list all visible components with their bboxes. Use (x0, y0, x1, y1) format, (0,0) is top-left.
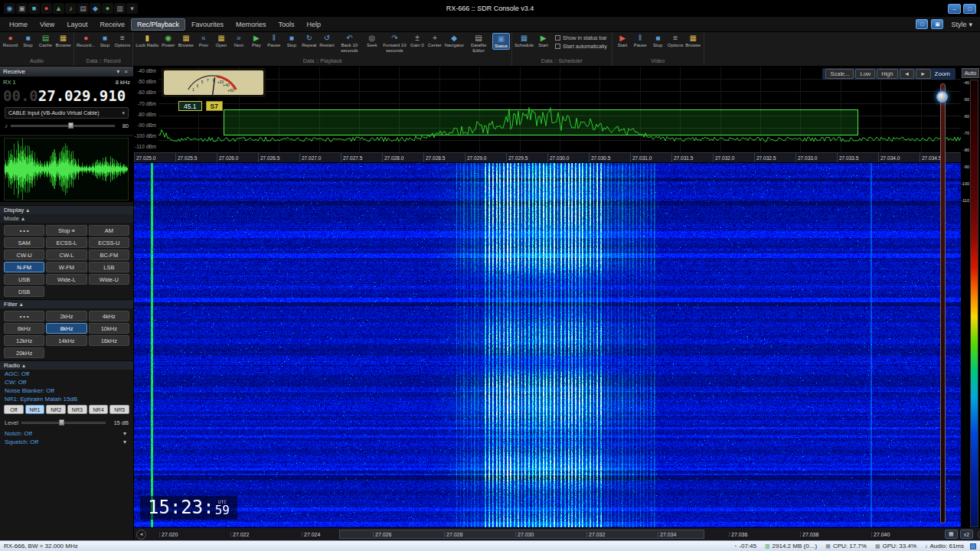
ribbon-button[interactable]: ▤ Datafile Editor (465, 33, 492, 53)
ribbon-button[interactable]: ▶ Start (534, 33, 552, 48)
ribbon-button[interactable]: ▮ Lock Radio (135, 33, 159, 48)
filter-button[interactable]: 10kHz (89, 323, 129, 334)
nr-button[interactable]: NR5 (109, 405, 129, 414)
ribbon-button[interactable]: ▣ Status (492, 33, 510, 50)
mode-button[interactable]: • • • (4, 225, 44, 236)
section-expand-icon[interactable]: ▴ (19, 215, 27, 222)
mode-button[interactable]: ECSS-L (46, 237, 87, 248)
ribbon-button[interactable]: ▦ Schedule (514, 33, 534, 48)
menu-tab[interactable]: Home (3, 18, 34, 31)
nr-level-thumb[interactable] (59, 419, 64, 425)
squelch-link[interactable]: Squelch: Off ▾ (0, 438, 133, 446)
ribbon-button[interactable]: ● Record... (76, 33, 96, 48)
mode-button[interactable]: Wide-L (46, 274, 87, 285)
radio-setting-link[interactable]: AGC: Off (0, 370, 133, 378)
ribbon-button[interactable]: ■ Stop (283, 33, 300, 48)
notch-link[interactable]: Notch: Off ▾ (0, 429, 133, 438)
panel-collapse-icon[interactable]: ▾ (114, 68, 122, 75)
ribbon-button[interactable]: ▶ Play (247, 33, 265, 48)
ribbon-button[interactable]: ‖ Pause (632, 33, 649, 48)
quick-access-icon[interactable]: ● (102, 3, 113, 14)
filter-button[interactable]: 6kHz (4, 323, 44, 334)
menu-tab[interactable]: Receive (93, 18, 131, 31)
quick-access-icon[interactable]: ◉ (4, 3, 15, 14)
ribbon-button[interactable]: ◉ Power (159, 33, 177, 48)
mode-button[interactable]: N-FM (4, 262, 44, 272)
ribbon-button[interactable]: ↷ Forward 10 seconds (381, 33, 408, 53)
mode-button[interactable]: Wide-U (89, 274, 129, 285)
quick-access-icon[interactable]: ▲ (53, 3, 64, 14)
grid-icon[interactable]: ▦ (945, 530, 958, 539)
audio-input-select[interactable]: CABLE Input (VB-Audio Virtual Cable) ▾ (5, 107, 129, 119)
ribbon-button[interactable]: « Prev (194, 33, 212, 48)
scroll-left-icon[interactable]: ◄ (136, 530, 146, 540)
filter-button[interactable]: 20kHz (4, 347, 44, 358)
filter-button[interactable]: 4kHz (89, 311, 129, 321)
spectrum-control-button[interactable]: High (877, 69, 897, 79)
display-section-header[interactable]: Display ▴ (0, 205, 133, 214)
ribbon-button[interactable]: ◎ Seek (363, 33, 381, 48)
ribbon-button[interactable]: ‖ Pause (265, 33, 283, 48)
quick-access-icon[interactable]: ♪ (65, 3, 77, 14)
radio-setting-link[interactable]: CW: Off (0, 378, 133, 386)
window-control-button[interactable]: □ (963, 4, 976, 14)
ribbon-button[interactable]: ↶ Back 10 seconds (335, 33, 363, 53)
spectrum-control-button[interactable]: ◄ (900, 69, 914, 79)
ribbon-button[interactable]: ± Gain 0 (408, 33, 426, 48)
ribbon-button[interactable]: ■ Stop (649, 33, 667, 48)
scheduler-checkbox[interactable]: Show in status bar (555, 35, 607, 41)
mode-button[interactable]: ECSS-U (89, 237, 129, 248)
nr-level-slider[interactable] (21, 419, 106, 426)
quick-access-icon[interactable]: ■ (28, 3, 40, 14)
style-button[interactable]: Style ▾ (946, 19, 977, 30)
ribbon-button[interactable]: ▦ Browse (54, 33, 72, 48)
ribbon-button[interactable]: ≡ Options (667, 33, 684, 48)
radio-setting-link[interactable]: NR1: Ephraim Malah 15dB (0, 395, 133, 403)
spectrum-frequency-scale[interactable]: 27.025.027.025.527.026.027.026.527.027.0… (134, 152, 961, 163)
spectrum-control-button[interactable]: Low (855, 69, 875, 79)
nr-button[interactable]: NR3 (67, 405, 87, 414)
ribbon-button[interactable]: ▦ Open (212, 33, 230, 48)
filter-button[interactable]: 14kHz (46, 335, 87, 346)
mode-button[interactable]: LSB (89, 262, 129, 272)
mode-button[interactable]: USB (4, 274, 44, 285)
radio-setting-link[interactable]: Noise Blanker: Off (0, 386, 133, 395)
mode-button[interactable]: CW-L (46, 249, 87, 260)
ribbon-button[interactable]: ▦ Browse (684, 33, 702, 48)
menu-tab[interactable]: Rec/Playback (131, 18, 185, 31)
ribbon-button[interactable]: ▦ Browse (177, 33, 194, 48)
scheduler-checkbox[interactable]: Start automatically (555, 44, 607, 49)
volume-slider[interactable] (11, 122, 115, 129)
filter-button[interactable]: 12kHz (4, 335, 44, 346)
nr-button[interactable]: Off (4, 405, 24, 414)
ribbon-button[interactable]: ■ Stop (96, 33, 113, 48)
window-control-button[interactable]: – (948, 4, 961, 14)
zoom-x2-button[interactable]: x2 (960, 530, 973, 539)
panel-close-icon[interactable]: × (122, 68, 130, 75)
quick-access-icon[interactable]: ▥ (114, 3, 126, 14)
spectrum-control-button[interactable]: Scale... (825, 69, 854, 79)
waterfall-scale-labels[interactable]: 27.02027.02227.02427.02627.02827.03027.0… (149, 528, 942, 540)
section-expand-icon[interactable]: ▴ (20, 362, 28, 369)
zoom-slider-track[interactable] (940, 83, 946, 523)
filter-button[interactable]: 2kHz (46, 311, 87, 321)
ribbon-button[interactable]: ● Record (2, 33, 19, 48)
speaker-icon[interactable]: ♪ (5, 122, 8, 129)
mode-button[interactable]: DSB (4, 286, 44, 297)
menu-tab[interactable]: Tools (273, 18, 301, 31)
menu-tab[interactable]: Memories (230, 18, 273, 31)
palette-auto-button[interactable]: Auto (962, 68, 979, 78)
volume-slider-thumb[interactable] (68, 122, 74, 129)
quick-access-icon[interactable]: ▤ (77, 3, 89, 14)
mode-button[interactable]: BC-FM (89, 249, 129, 260)
ribbon-button[interactable]: + Center (426, 33, 443, 48)
waterfall-canvas[interactable] (134, 163, 961, 527)
radio-section-header[interactable]: Radio ▴ (0, 360, 133, 370)
quick-access-icon[interactable]: ● (41, 3, 52, 14)
filter-section-header[interactable]: Filter ▴ (0, 299, 133, 308)
layout-preset-icon[interactable]: □ (916, 19, 928, 29)
frequency-display[interactable]: 00.027.029.910 (3, 86, 130, 105)
filter-button[interactable]: 8kHz (46, 323, 87, 334)
mode-button[interactable]: CW-U (4, 249, 44, 260)
ribbon-button[interactable]: ◆ Navigator (443, 33, 465, 48)
